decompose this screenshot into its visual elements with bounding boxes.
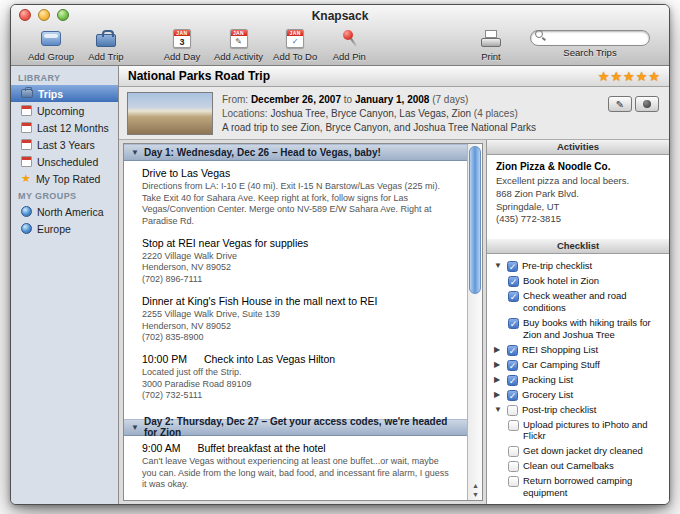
checkbox-checked[interactable]: ✓ [507,345,518,356]
add-group-icon [41,27,61,50]
sidebar-item-label: Trips [38,88,63,100]
disclosure-triangle-icon[interactable]: ▶ [494,359,503,369]
rating-stars[interactable]: ★ ★ ★ ★ ★ [598,70,660,83]
trip-dates: From: December 26, 2007 to January 1, 20… [222,93,536,107]
scroll-up-icon[interactable]: ▲ [472,482,479,489]
checklist-item[interactable]: Get down jacket dry cleaned [494,444,663,459]
checklist-item-label: Upload pictures to iPhoto and Flickr [523,419,663,443]
event-title: Stop at REI near Vegas for supplies [142,237,455,249]
disclosure-triangle-icon[interactable]: ▼ [131,148,139,157]
checklist-item[interactable]: ▼ ✓ Pre-trip checklist [494,259,663,274]
sidebar-item-europe[interactable]: Europe [11,220,118,237]
checklist-item[interactable]: ▶ ✓ Packing List [494,373,663,388]
activity-card[interactable]: Zion Pizza & Noodle Co. Excellent pizza … [487,155,669,239]
zoom-button[interactable] [57,9,69,21]
checklist-item[interactable]: ✓ Check weather and road conditions [494,289,663,316]
checklist-item-label: Clean out Camelbaks [523,460,614,472]
checkbox-checked[interactable]: ✓ [508,291,519,302]
disclosure-triangle-icon[interactable]: ▶ [494,389,503,399]
checkbox-checked[interactable]: ✓ [507,261,518,272]
checklist-item[interactable]: ▶ ✓ Car Camping Stuff [494,358,663,373]
event-detail: (702) 896-7111 [142,274,455,286]
add-pin-label: Add Pin [333,51,366,62]
suitcase-icon [96,27,116,50]
itinerary-event[interactable]: Dinner at King's Fish House in the mall … [142,295,455,344]
sidebar-item-last-3-years[interactable]: Last 3 Years [11,136,118,153]
checklist-item-label: Buy books with hiking trails for Zion an… [523,317,663,341]
star-icon[interactable]: ★ [623,70,635,83]
search-input[interactable] [530,30,650,46]
add-activity-button[interactable]: JAN✎ Add Activity [214,27,263,62]
right-panel: Activities Zion Pizza & Noodle Co. Excel… [486,140,669,504]
star-icon[interactable]: ★ [598,70,610,83]
checkbox-unchecked[interactable] [507,405,518,416]
add-pin-button[interactable]: Add Pin [327,27,371,62]
star-icon[interactable]: ★ [610,70,622,83]
add-day-button[interactable]: JAN3 Add Day [160,27,204,62]
checkbox-checked[interactable]: ✓ [508,276,519,287]
day-header[interactable]: ▼ Day 1: Wednesday, Dec 26 – Head to Veg… [124,144,467,161]
itinerary-event[interactable]: Stop at REI near Vegas for supplies 2220… [142,237,455,286]
checklist-item-label: Get down jacket dry cleaned [523,445,643,457]
sidebar-item-last-12-months[interactable]: Last 12 Months [11,119,118,136]
checklist-item[interactable]: ▼ Post-trip checklist [494,403,663,418]
checklist-item[interactable]: ✓ Book hotel in Zion [494,274,663,289]
checklist-item[interactable]: ✓ Buy books with hiking trails for Zion … [494,316,663,343]
scroll-down-icon[interactable]: ▼ [472,491,479,498]
checklist-item-label: Book hotel in Zion [523,275,599,287]
checkbox-unchecked[interactable] [508,476,519,487]
checklist-item[interactable]: Upload pictures to iPhoto and Flickr [494,418,663,445]
print-button[interactable]: Print [469,27,513,62]
minimize-button[interactable] [38,9,50,21]
checkbox-unchecked[interactable] [508,446,519,457]
day-header[interactable]: ▼ Day 2: Thursday, Dec 27 – Get your acc… [124,419,467,436]
close-button[interactable] [19,9,31,21]
titlebar[interactable]: Knapsack [11,5,669,26]
itinerary-event[interactable]: 9:00 AM Buffet breakfast at the hotel Ca… [142,442,455,491]
event-time: 9:00 AM [142,442,181,454]
trip-photo[interactable] [127,92,213,135]
checklist-item-label: Check weather and road conditions [523,290,663,314]
calendar-icon [21,122,32,133]
star-icon[interactable]: ★ [648,70,660,83]
checklist-item[interactable]: Return borrowed camping equipment [494,474,663,501]
checklist-item[interactable]: Clean out Camelbaks [494,459,663,474]
photo-button[interactable] [635,96,659,112]
sidebar-item-north-america[interactable]: North America [11,203,118,220]
checklist: ▼ ✓ Pre-trip checklist ✓ Book hotel in Z… [487,254,669,504]
itinerary-event[interactable]: 10:00 PM Check into Las Vegas Hilton Loc… [142,353,455,402]
checklist-item-label: REI Shopping List [522,344,598,356]
add-group-button[interactable]: Add Group [28,27,74,62]
disclosure-triangle-icon[interactable]: ▶ [494,374,503,384]
checklist-item[interactable]: ▶ ✓ Grocery List [494,388,663,403]
event-detail: Henderson, NV 89052 [142,321,455,333]
event-title: 10:00 PM Check into Las Vegas Hilton [142,353,455,365]
add-day-label: Add Day [164,51,200,62]
sidebar-item-my-top-rated[interactable]: ★ My Top Rated [11,170,118,187]
checklist-item[interactable]: ▶ ✓ REI Shopping List [494,343,663,358]
checkbox-checked[interactable]: ✓ [507,375,518,386]
scrollbar-thumb[interactable] [469,146,481,294]
checkbox-unchecked[interactable] [508,461,519,472]
event-detail: Located just off the Strip. [142,367,455,379]
checkbox-checked[interactable]: ✓ [507,360,518,371]
globe-icon [21,223,32,234]
disclosure-triangle-icon[interactable]: ▶ [494,344,503,354]
sidebar-item-unscheduled[interactable]: Unscheduled [11,153,118,170]
day-header-label: Day 1: Wednesday, Dec 26 – Head to Vegas… [144,147,381,158]
edit-trip-button[interactable]: ✎ [608,96,632,112]
add-todo-button[interactable]: JAN✓ Add To Do [273,27,317,62]
disclosure-triangle-icon[interactable]: ▼ [494,260,503,270]
disclosure-triangle-icon[interactable]: ▼ [494,404,503,414]
itinerary-event[interactable]: Drive to Las Vegas Directions from LA: I… [142,167,455,228]
disclosure-triangle-icon[interactable]: ▼ [131,423,139,432]
add-trip-button[interactable]: Add Trip [84,27,128,62]
checkbox-checked[interactable]: ✓ [508,318,519,329]
scrollbar[interactable]: ▲ ▼ [467,144,482,500]
checkbox-checked[interactable]: ✓ [507,390,518,401]
event-detail: 3000 Paradise Road 89109 [142,379,455,391]
sidebar-item-upcoming[interactable]: Upcoming [11,102,118,119]
checkbox-unchecked[interactable] [508,420,519,431]
star-icon[interactable]: ★ [636,70,648,83]
sidebar-item-trips[interactable]: Trips [11,85,118,102]
